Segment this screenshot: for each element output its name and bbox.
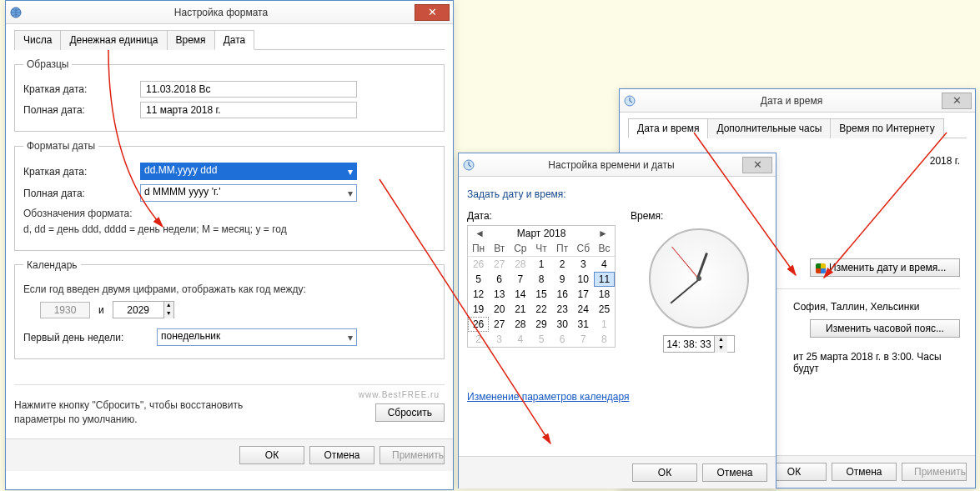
analog-clock <box>649 228 749 328</box>
cancel-button[interactable]: Отмена <box>832 463 897 481</box>
time-label: Время: <box>631 210 767 222</box>
calendar-day[interactable]: 11 <box>594 272 615 287</box>
short-date-display: 11.03.2018 Вс <box>140 81 357 98</box>
calendar-day[interactable]: 7 <box>510 272 530 287</box>
spinner-down-icon[interactable]: ▼ <box>163 310 173 318</box>
calendar-day[interactable]: 3 <box>489 332 510 347</box>
calendar-control[interactable]: ◄ Март 2018 ► ПнВтСрЧтПтСбВс262728123456… <box>467 225 616 348</box>
year-to-stepper[interactable]: ▲▼ <box>113 301 174 318</box>
short-date-label: Краткая дата: <box>23 83 140 95</box>
year-to-input[interactable] <box>113 303 163 317</box>
calendar-day[interactable]: 7 <box>573 332 594 347</box>
close-button[interactable]: ✕ <box>942 93 972 109</box>
time-input[interactable] <box>664 338 714 351</box>
spinner-down-icon[interactable]: ▼ <box>714 344 727 353</box>
calendar-day[interactable]: 6 <box>489 272 510 287</box>
calendar-day[interactable]: 4 <box>510 332 530 347</box>
calendar-day[interactable]: 27 <box>489 257 510 272</box>
change-calendar-params-link[interactable]: Изменение параметров календаря <box>467 391 630 403</box>
next-month-button[interactable]: ► <box>595 228 611 239</box>
calendar-day[interactable]: 6 <box>552 332 573 347</box>
clock-icon <box>462 158 475 172</box>
formats-group: Форматы даты Краткая дата: dd.MM.yyyy dd… <box>14 140 445 251</box>
time-stepper[interactable]: ▲▼ <box>663 335 735 353</box>
calendar-day[interactable]: 29 <box>530 317 551 332</box>
apply-button: Применить <box>379 446 445 464</box>
format-hint-label: Обозначения формата: <box>23 207 435 221</box>
reset-button[interactable]: Сбросить <box>375 403 445 422</box>
tab-date[interactable]: Дата <box>214 30 255 50</box>
calendar-day[interactable]: 23 <box>552 302 573 317</box>
calendar-day[interactable]: 4 <box>594 257 615 272</box>
close-button[interactable]: ✕ <box>742 157 772 173</box>
calendar-day[interactable]: 2 <box>552 257 573 272</box>
calendar-day[interactable]: 1 <box>530 257 551 272</box>
close-button[interactable]: ✕ <box>415 4 450 21</box>
calendar-day[interactable]: 1 <box>594 317 615 332</box>
calendar-day[interactable]: 16 <box>552 287 573 302</box>
calendar-day[interactable]: 24 <box>573 302 594 317</box>
calendar-day[interactable]: 3 <box>573 257 594 272</box>
calendar-day[interactable]: 10 <box>573 272 594 287</box>
tab-additional-clocks[interactable]: Дополнительные часы <box>707 118 831 138</box>
titlebar: Настройка формата ✕ <box>6 1 453 24</box>
change-date-time-button[interactable]: Изменить дату и время... <box>810 258 960 277</box>
calendar-day[interactable]: 13 <box>489 287 510 302</box>
long-format-combo[interactable]: d MMMM yyyy 'г.' ▾ <box>140 184 357 202</box>
long-date-label: Полная дата: <box>23 104 140 116</box>
calendar-day[interactable]: 28 <box>510 257 530 272</box>
calendar-day[interactable]: 8 <box>594 332 615 347</box>
window-title: Дата и время <box>641 95 942 107</box>
calendar-day[interactable]: 27 <box>489 317 510 332</box>
calendar-day-header: Вс <box>594 241 615 257</box>
calendar-day[interactable]: 20 <box>489 302 510 317</box>
spinner-up-icon[interactable]: ▲ <box>163 302 173 310</box>
calendar-day[interactable]: 14 <box>510 287 530 302</box>
cancel-button[interactable]: Отмена <box>309 446 374 464</box>
tab-currency[interactable]: Денежная единица <box>60 30 167 50</box>
calendar-day[interactable]: 19 <box>468 302 489 317</box>
ok-button[interactable]: ОК <box>239 446 304 464</box>
year-from-input <box>40 302 90 318</box>
set-date-time-dialog: Настройка времени и даты ✕ Задать дату и… <box>458 153 776 488</box>
tab-time[interactable]: Время <box>167 30 215 50</box>
calendar-day[interactable]: 26 <box>468 317 489 332</box>
prev-month-button[interactable]: ◄ <box>471 228 488 239</box>
samples-group: Образцы Краткая дата: 11.03.2018 Вс Полн… <box>14 58 445 132</box>
calendar-day[interactable]: 22 <box>530 302 551 317</box>
calendar-day[interactable]: 5 <box>530 332 551 347</box>
tab-numbers[interactable]: Числа <box>14 30 61 50</box>
calendar-day[interactable]: 18 <box>594 287 615 302</box>
chevron-down-icon: ▾ <box>348 166 353 178</box>
chevron-down-icon: ▾ <box>348 188 353 199</box>
calendar-day[interactable]: 5 <box>468 272 489 287</box>
tab-datetime[interactable]: Дата и время <box>628 118 708 138</box>
long-format-value: d MMMM yyyy 'г.' <box>144 186 221 198</box>
first-day-combo[interactable]: понедельник ▾ <box>157 328 357 346</box>
calendar-day[interactable]: 9 <box>552 272 573 287</box>
calendar-day[interactable]: 30 <box>552 317 573 332</box>
calendar-day[interactable]: 28 <box>510 317 530 332</box>
set-datetime-heading: Задать дату и время: <box>467 188 767 200</box>
calendar-day[interactable]: 25 <box>594 302 615 317</box>
calendar-day[interactable]: 26 <box>468 257 489 272</box>
change-timezone-button[interactable]: Изменить часовой пояс... <box>810 319 960 338</box>
format-settings-dialog: Настройка формата ✕ Числа Денежная едини… <box>5 0 454 490</box>
calendar-day[interactable]: 8 <box>530 272 551 287</box>
short-format-combo[interactable]: dd.MM.yyyy ddd ▾ <box>140 163 357 180</box>
short-format-label: Краткая дата: <box>23 166 140 178</box>
spinner-up-icon[interactable]: ▲ <box>714 336 727 344</box>
calendar-day[interactable]: 31 <box>573 317 594 332</box>
calendar-day[interactable]: 17 <box>573 287 594 302</box>
calendar-day[interactable]: 21 <box>510 302 530 317</box>
titlebar: Настройка времени и даты ✕ <box>459 153 776 177</box>
tab-strip: Числа Денежная единица Время Дата <box>14 29 445 50</box>
cancel-button[interactable]: Отмена <box>702 463 767 482</box>
calendar-day[interactable]: 12 <box>468 287 489 302</box>
calendar-day[interactable]: 2 <box>468 332 489 347</box>
tab-internet-time[interactable]: Время по Интернету <box>830 118 943 138</box>
calendar-day[interactable]: 15 <box>530 287 551 302</box>
globe-icon <box>9 6 23 19</box>
window-title: Настройка формата <box>28 7 415 18</box>
ok-button[interactable]: ОК <box>632 463 697 482</box>
